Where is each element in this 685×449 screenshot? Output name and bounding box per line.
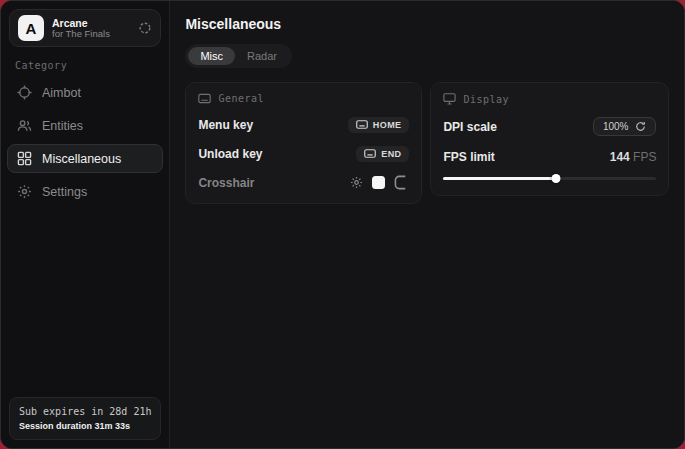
- dpi-scale-row: DPI scale 100%: [443, 117, 656, 136]
- dpi-scale-control[interactable]: 100%: [593, 117, 657, 136]
- refresh-icon[interactable]: [138, 21, 152, 35]
- dpi-scale-value: 100%: [603, 121, 629, 132]
- subscription-info-card: Sub expires in 28d 21h Session duration …: [9, 397, 161, 440]
- menu-key-label: Menu key: [198, 118, 253, 132]
- fps-unit: FPS: [633, 150, 656, 164]
- sidebar-item-miscellaneous[interactable]: Miscellaneous: [7, 144, 163, 173]
- display-card-header: Display: [443, 93, 656, 105]
- app-window: A Arcane for The Finals Category: [0, 0, 685, 449]
- gear-icon[interactable]: [350, 176, 363, 189]
- crosshair-color-swatch[interactable]: [372, 176, 385, 189]
- crosshair-label: Crosshair: [198, 176, 254, 190]
- fps-number: 144: [610, 150, 630, 164]
- unload-key-label: Unload key: [198, 147, 262, 161]
- brand-logo: A: [18, 15, 44, 41]
- sidebar-item-label: Settings: [42, 185, 87, 199]
- brand-subtitle: for The Finals: [52, 29, 130, 40]
- crosshair-row: Crosshair: [198, 174, 409, 191]
- keycap-icon: [364, 149, 376, 158]
- sidebar-item-aimbot[interactable]: Aimbot: [7, 78, 163, 107]
- tab-radar[interactable]: Radar: [235, 47, 289, 65]
- menu-key-row: Menu key HOME: [198, 116, 409, 133]
- crosshair-controls: [350, 175, 409, 190]
- tab-bar: Misc Radar: [185, 44, 292, 68]
- fps-limit-label: FPS limit: [443, 150, 494, 164]
- session-duration-text: Session duration 31m 33s: [19, 421, 151, 431]
- sub-expiry-text: Sub expires in 28d 21h: [19, 406, 151, 417]
- sidebar-nav: Aimbot Entities Miscel: [7, 78, 163, 206]
- fps-limit-value: 144 FPS: [610, 150, 657, 164]
- brand-title: Arcane: [52, 17, 130, 29]
- sidebar-item-label: Entities: [42, 119, 83, 133]
- reset-icon[interactable]: [635, 121, 646, 132]
- sidebar-item-label: Miscellaneous: [42, 152, 121, 166]
- tab-misc[interactable]: Misc: [188, 47, 235, 65]
- page-title: Miscellaneous: [185, 16, 669, 32]
- grid-icon: [17, 151, 32, 166]
- brand-text: Arcane for The Finals: [52, 17, 130, 40]
- display-card: Display DPI scale 100% FPS limit: [430, 82, 669, 196]
- general-card-header: General: [198, 93, 409, 104]
- keyboard-icon: [198, 93, 211, 104]
- cards-row: General Menu key HOME Unload key: [185, 82, 669, 204]
- general-card-title: General: [218, 93, 264, 104]
- general-card: General Menu key HOME Unload key: [185, 82, 422, 204]
- display-card-title: Display: [463, 94, 509, 105]
- dpi-scale-label: DPI scale: [443, 120, 496, 134]
- main-panel: Miscellaneous Misc Radar General: [170, 1, 684, 448]
- fps-limit-slider[interactable]: [443, 173, 656, 183]
- unload-key-row: Unload key END: [198, 145, 409, 162]
- sidebar: A Arcane for The Finals Category: [1, 1, 170, 448]
- sidebar-item-settings[interactable]: Settings: [7, 177, 163, 206]
- keycap-icon: [356, 120, 368, 129]
- monitor-icon: [443, 93, 456, 105]
- crosshair-icon: [17, 85, 32, 100]
- fps-limit-row: FPS limit 144 FPS: [443, 148, 656, 165]
- unload-key-value: END: [381, 149, 401, 159]
- menu-key-button[interactable]: HOME: [348, 117, 410, 133]
- brand-card: A Arcane for The Finals: [9, 9, 161, 47]
- slider-thumb[interactable]: [552, 174, 561, 183]
- menu-key-value: HOME: [373, 120, 402, 130]
- sidebar-item-label: Aimbot: [42, 86, 81, 100]
- category-label: Category: [15, 60, 155, 71]
- gear-icon: [17, 184, 32, 199]
- sidebar-item-entities[interactable]: Entities: [7, 111, 163, 140]
- slider-fill: [443, 177, 556, 180]
- crosshair-preview-bracket-icon[interactable]: [394, 175, 409, 190]
- unload-key-button[interactable]: END: [356, 146, 409, 162]
- users-icon: [17, 118, 32, 133]
